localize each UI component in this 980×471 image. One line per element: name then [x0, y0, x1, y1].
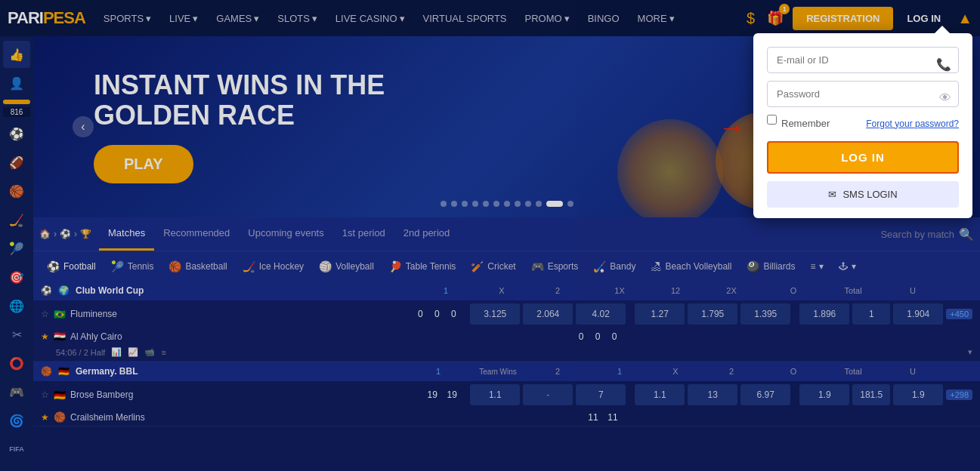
login-popup-arrow — [935, 26, 950, 33]
email-input-wrap: 📞 — [767, 47, 959, 81]
email-input[interactable] — [767, 47, 959, 73]
password-input[interactable] — [767, 81, 959, 107]
eye-icon[interactable]: 👁 — [939, 91, 951, 105]
remember-checkbox[interactable] — [767, 115, 777, 125]
password-input-wrap: 👁 — [767, 81, 959, 115]
login-popup: 📞 👁 Remember Forgot your password? LOG I… — [753, 33, 972, 218]
login-button[interactable]: LOG IN — [767, 141, 959, 174]
phone-icon[interactable]: 📞 — [936, 57, 951, 71]
remember-label[interactable]: Remember — [767, 115, 830, 132]
envelope-icon: ✉ — [828, 189, 836, 200]
remember-row: Remember Forgot your password? — [767, 115, 959, 132]
forgot-password-link[interactable]: Forgot your password? — [866, 119, 959, 129]
sms-login-button[interactable]: ✉ SMS LOGIN — [767, 181, 959, 208]
